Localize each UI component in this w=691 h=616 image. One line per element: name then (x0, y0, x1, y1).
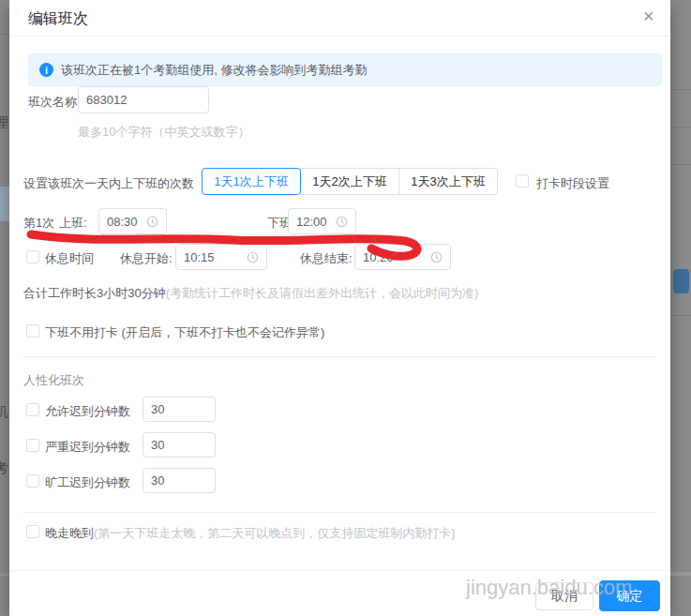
confirm-button[interactable]: 确定 (599, 580, 660, 611)
tab-2-per-day[interactable]: 1天2次上下班 (300, 168, 399, 195)
edit-shift-dialog: 编辑班次 × i 该班次正在被1个考勤组使用, 修改将会影响到考勤组考勤 班次名… (9, 0, 670, 616)
allow-late-label: 允许迟到分钟数 (45, 403, 130, 420)
usage-warning-banner: i 该班次正在被1个考勤组使用, 修改将会影响到考勤组考勤 (28, 53, 662, 86)
no-punch-off-checkbox[interactable] (26, 324, 39, 338)
off-duty-time-picker[interactable]: 12:00 (288, 208, 356, 234)
clock-icon (247, 251, 259, 263)
late-leave-checkbox[interactable] (26, 525, 39, 538)
serious-late-checkbox[interactable] (26, 439, 39, 452)
punch-period-label: 打卡时段设置 (536, 175, 609, 192)
clock-icon (336, 216, 348, 228)
total-duration-text: 合计工作时长3小时30分钟(考勤统计工作时长及请假出差外出统计，会以此时间为准) (23, 285, 478, 302)
shift-name-label: 班次名称 (28, 94, 77, 111)
punch-count-tab-group: 1天1次上下班 1天2次上下班 1天3次上下班 (202, 168, 498, 195)
late-leave-note: (第一天下班走太晚，第二天可以晚点到，仅支持固定班制内勤打卡) (94, 526, 456, 540)
on-duty-time-picker[interactable]: 08:30 (98, 208, 167, 234)
rest-time-checkbox[interactable] (26, 250, 39, 263)
no-punch-off-label: 下班不用打卡 (开启后，下班不打卡也不会记作异常) (45, 324, 324, 341)
rest-end-label: 休息结束: (300, 250, 353, 267)
rest-start-label: 休息开始: (120, 250, 173, 267)
background-menu-glyph: 考 (0, 459, 8, 477)
cancel-button[interactable]: 取消 (535, 582, 593, 610)
clock-icon (430, 251, 443, 263)
absent-late-label: 旷工迟到分钟数 (45, 474, 130, 491)
late-leave-label: 晚走晚到(第一天下班走太晚，第二天可以晚点到，仅支持固定班制内勤打卡) (45, 525, 456, 542)
shift-ordinal: 第1次 (23, 215, 54, 232)
rest-end-time-picker[interactable]: 10:26 (354, 244, 451, 270)
header-divider (9, 36, 670, 37)
total-duration-note: (考勤统计工作时长及请假出差外出统计，会以此时间为准) (166, 286, 479, 300)
tab-1-per-day[interactable]: 1天1次上下班 (202, 168, 301, 195)
background-blue-button (673, 269, 689, 293)
absent-late-minutes-input[interactable] (143, 468, 216, 493)
on-duty-label: 上班: (59, 215, 87, 232)
section-divider (23, 356, 656, 357)
background-menu-glyph: 机 (0, 403, 8, 421)
background-page-right-edge (670, 0, 691, 616)
background-page-left-edge: 理 机 考 (0, 0, 9, 616)
section-divider (23, 512, 656, 513)
shift-name-input[interactable] (78, 86, 209, 113)
background-menu-glyph: 理 (0, 114, 8, 132)
allow-late-checkbox[interactable] (26, 403, 39, 416)
shift-name-hint: 最多10个字符（中英文或数字） (78, 124, 249, 141)
dialog-title: 编辑班次 (28, 9, 88, 29)
serious-late-minutes-input[interactable] (143, 432, 216, 458)
tab-3-per-day[interactable]: 1天3次上下班 (398, 168, 498, 195)
usage-warning-text: 该班次正在被1个考勤组使用, 修改将会影响到考勤组考勤 (61, 62, 367, 79)
close-icon[interactable]: × (643, 7, 654, 25)
rest-time-label: 休息时间 (45, 250, 94, 267)
clock-icon (146, 216, 158, 228)
humanized-section-title: 人性化班次 (23, 372, 84, 389)
punch-count-label: 设置该班次一天内上下班的次数 (23, 175, 194, 192)
rest-start-time-picker[interactable]: 10:15 (175, 244, 267, 270)
serious-late-label: 严重迟到分钟数 (45, 439, 130, 456)
allow-late-minutes-input[interactable] (143, 397, 216, 422)
info-icon: i (39, 63, 53, 77)
punch-period-checkbox[interactable] (516, 174, 529, 188)
absent-late-checkbox[interactable] (26, 474, 39, 488)
footer-divider (9, 570, 670, 571)
